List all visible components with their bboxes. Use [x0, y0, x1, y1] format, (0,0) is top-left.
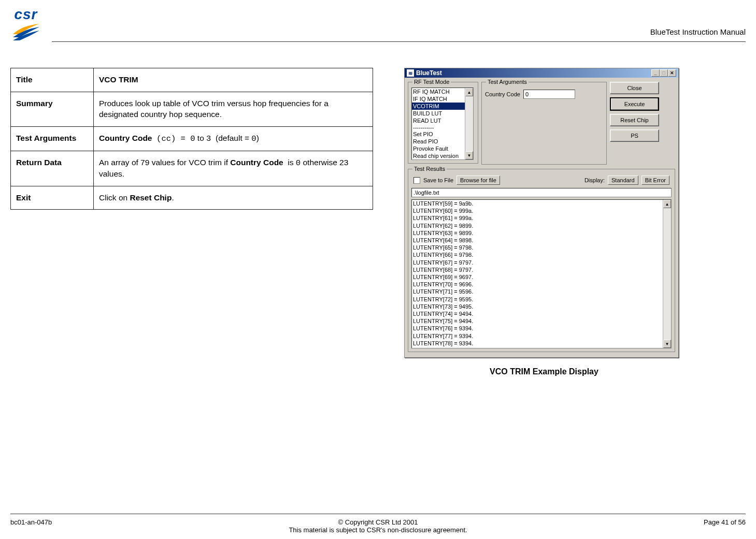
list-item[interactable]: IF IQ MATCH [412, 95, 473, 103]
scroll-up-icon[interactable]: ▲ [663, 200, 671, 208]
definition-table: TitleVCO TRIMSummaryProduces look up tab… [10, 68, 373, 210]
row-label: Exit [11, 186, 94, 210]
list-item[interactable]: Set PIO [412, 130, 473, 138]
maximize-icon[interactable]: □ [660, 69, 668, 77]
window-titlebar[interactable]: ≋ BlueTest _ □ ✕ [405, 68, 678, 78]
logo-swoosh-icon [12, 23, 40, 41]
results-group-label: Test Results [412, 166, 447, 172]
table-row: Test ArgumentsCountry Code (cc) = 0 to 3… [11, 126, 373, 151]
list-separator: ----------- [412, 124, 473, 130]
rf-mode-listbox[interactable]: RF IQ MATCHIF IQ MATCHVCOTRIMBUILD LUTRE… [411, 88, 474, 160]
list-item[interactable]: Read PIO [412, 138, 473, 145]
row-label: Test Arguments [11, 126, 94, 151]
result-line: LUTENTRY[75] = 9494. [413, 317, 670, 325]
row-value: Click on Reset Chip. [94, 186, 373, 210]
table-row: TitleVCO TRIM [11, 68, 373, 92]
save-to-file-label: Save to File [423, 177, 453, 183]
figure-caption: VCO TRIM Example Display [404, 367, 684, 376]
result-line: LUTENTRY[74] = 9494. [413, 310, 670, 317]
result-line: LUTENTRY[71] = 9596. [413, 288, 670, 295]
result-line: LUTENTRY[65] = 9798. [413, 244, 670, 251]
row-label: Return Data [11, 151, 94, 186]
close-icon[interactable]: ✕ [668, 69, 676, 77]
row-value: Country Code (cc) = 0 to 3 (default = 0) [94, 126, 373, 151]
bluetest-window: ≋ BlueTest _ □ ✕ RF Test Mode RF IQ MATC… [404, 68, 679, 358]
page-footer: bc01-an-047b © Copyright CSR Ltd 2001 Th… [10, 514, 746, 534]
logo: csr [5, 5, 47, 41]
listbox-scrollbar[interactable]: ▲ ▼ [465, 88, 473, 159]
minimize-icon[interactable]: _ [651, 69, 660, 77]
result-line: LUTENTRY[73] = 9495. [413, 303, 670, 310]
display-standard-button[interactable]: Standard [608, 176, 638, 185]
save-to-file-checkbox[interactable] [413, 177, 420, 184]
document-title: BlueTest Instruction Manual [650, 27, 746, 37]
table-row: Return DataAn array of 79 values for VCO… [11, 151, 373, 186]
scroll-down-icon[interactable]: ▼ [663, 340, 671, 348]
result-line: LUTENTRY[76] = 9394. [413, 325, 670, 332]
test-results-group: Test Results Save to File Browse for fil… [408, 169, 675, 352]
results-listbox[interactable]: LUTENTRY[59] = 9a9b.LUTENTRY[60] = 999a.… [411, 199, 672, 348]
table-row: SummaryProduces look up table of VCO tri… [11, 92, 373, 126]
scroll-down-icon[interactable]: ▼ [465, 151, 473, 159]
browse-button[interactable]: Browse for file [457, 176, 500, 185]
test-arguments-group: Test Arguments Country Code [481, 82, 607, 165]
result-line: LUTENTRY[59] = 9a9b. [413, 200, 670, 207]
logo-text: csr [14, 6, 37, 23]
result-line: LUTENTRY[69] = 9697. [413, 273, 670, 281]
result-line: LUTENTRY[62] = 9899. [413, 222, 670, 229]
result-line: LUTENTRY[61] = 999a. [413, 214, 670, 222]
list-item[interactable]: VCOTRIM [412, 103, 473, 110]
result-line: LUTENTRY[60] = 999a. [413, 207, 670, 214]
reset-chip-button[interactable]: Reset Chip [610, 114, 659, 126]
list-item[interactable]: READ LUT [412, 117, 473, 124]
list-item[interactable]: BUILD LUT [412, 110, 473, 117]
country-code-input[interactable] [523, 90, 575, 99]
result-line: LUTENTRY[68] = 9797. [413, 266, 670, 273]
list-item[interactable]: Read chip version [412, 152, 473, 159]
footer-copyright: © Copyright CSR Ltd 2001 [114, 518, 642, 526]
country-code-label: Country Code [485, 91, 520, 97]
row-value: An array of 79 values for VCO trim if Co… [94, 151, 373, 186]
rf-test-mode-group: RF Test Mode RF IQ MATCHIF IQ MATCHVCOTR… [408, 82, 478, 164]
result-line: LUTENTRY[77] = 9394. [413, 332, 670, 340]
result-line: LUTENTRY[78] = 9394. [413, 340, 670, 347]
results-scrollbar[interactable]: ▲ ▼ [663, 200, 671, 348]
window-title: BlueTest [416, 69, 442, 77]
list-item[interactable]: RF IQ MATCH [412, 88, 473, 95]
result-line: LUTENTRY[63] = 9899. [413, 229, 670, 237]
scroll-up-icon[interactable]: ▲ [465, 88, 473, 96]
logfile-input[interactable] [411, 188, 672, 197]
display-biterror-button[interactable]: Bit Error [641, 176, 669, 185]
list-item[interactable]: Provoke Fault [412, 145, 473, 152]
result-line: LUTENTRY[67] = 9797. [413, 259, 670, 266]
footer-nda: This material is subject to CSR's non-di… [114, 526, 642, 534]
result-line: LUTENTRY[64] = 9898. [413, 237, 670, 244]
table-row: ExitClick on Reset Chip. [11, 186, 373, 210]
footer-docid: bc01-an-047b [10, 518, 114, 534]
row-label: Summary [11, 92, 94, 126]
row-label: Title [11, 68, 94, 92]
footer-page: Page 41 of 56 [642, 518, 746, 534]
result-line: LUTENTRY[70] = 9696. [413, 281, 670, 288]
rf-group-label: RF Test Mode [412, 79, 451, 85]
row-value: Produces look up table of VCO trim versu… [94, 92, 373, 126]
display-label: Display: [584, 177, 605, 183]
ps-button[interactable]: PS [610, 129, 659, 142]
result-line: LUTENTRY[72] = 9595. [413, 296, 670, 303]
close-button[interactable]: Close [610, 82, 659, 94]
row-value: VCO TRIM [94, 68, 373, 92]
args-group-label: Test Arguments [486, 79, 529, 85]
result-line: LUTENTRY[66] = 9798. [413, 251, 670, 258]
execute-button[interactable]: Execute [610, 97, 659, 111]
app-icon: ≋ [407, 69, 414, 77]
